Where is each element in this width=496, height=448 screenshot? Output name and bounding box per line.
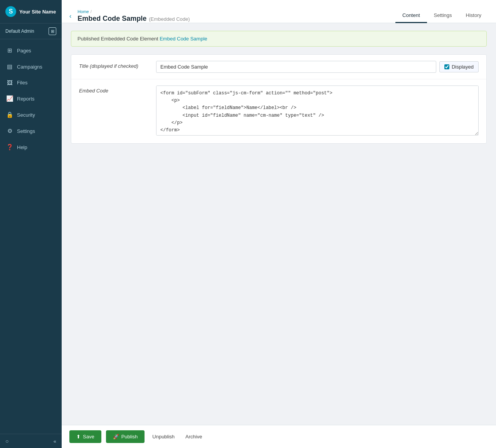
unpublish-label: Unpublish — [152, 434, 175, 440]
save-label: Save — [83, 434, 94, 440]
logo-icon: S — [5, 6, 16, 17]
title-input[interactable] — [156, 61, 436, 73]
sidebar-item-security[interactable]: 🔒 Security — [0, 107, 62, 123]
sidebar-item-label: Campaigns — [17, 64, 42, 70]
sidebar-item-settings[interactable]: ⚙ Settings — [0, 123, 62, 139]
pages-icon: ⊞ — [6, 47, 13, 54]
title-field: Displayed — [156, 61, 479, 73]
tab-nav: Content Settings History — [395, 8, 488, 23]
page-title: Embed Code Sample — [77, 15, 146, 23]
sidebar-logo: S Your Site Name — [0, 0, 62, 23]
sidebar-status-icon: ○ — [5, 438, 8, 444]
displayed-checkbox-label[interactable]: Displayed — [439, 61, 479, 72]
sidebar-collapse-button[interactable]: « — [54, 438, 56, 444]
save-icon: ⬆ — [76, 434, 81, 440]
sidebar-item-files[interactable]: 🖼 Files — [0, 75, 62, 91]
main-content: ‹ Home / Embed Code Sample (Embedded Cod… — [62, 0, 496, 448]
sidebar-item-reports[interactable]: 📈 Reports — [0, 91, 62, 107]
sidebar-bottom: ○ « — [0, 434, 62, 448]
sidebar-item-label: Security — [17, 112, 35, 118]
alert-link[interactable]: Embed Code Sample — [160, 36, 207, 42]
sidebar-item-help[interactable]: ❓ Help — [0, 139, 62, 155]
sidebar-nav: ⊞ Pages ▤ Campaigns 🖼 Files 📈 Reports 🔒 … — [0, 39, 62, 434]
tab-settings[interactable]: Settings — [427, 8, 459, 23]
sidebar: S Your Site Name Default Admin ⊞ ⊞ Pages… — [0, 0, 62, 448]
unpublish-button[interactable]: Unpublish — [149, 430, 178, 443]
sidebar-item-label: Files — [17, 80, 27, 86]
tab-history[interactable]: History — [459, 8, 488, 23]
content-area: Published Embedded Code Element Embed Co… — [62, 23, 496, 425]
user-actions-icon[interactable]: ⊞ — [49, 27, 56, 35]
help-icon: ❓ — [6, 144, 13, 151]
breadcrumb: Home / — [77, 9, 190, 14]
sidebar-item-label: Settings — [17, 128, 35, 134]
breadcrumb-separator: / — [91, 9, 92, 14]
campaigns-icon: ▤ — [6, 63, 13, 70]
archive-button[interactable]: Archive — [182, 430, 205, 443]
embed-code-textarea[interactable]: <form id="subForm" class="js-cm-form" ac… — [156, 86, 479, 136]
title-label: Title (displayed if checked) — [79, 61, 148, 69]
form-section: Title (displayed if checked) Displayed — [71, 54, 487, 144]
security-icon: 🔒 — [6, 111, 13, 118]
top-bar-left: ‹ Home / Embed Code Sample (Embedded Cod… — [69, 9, 190, 23]
breadcrumb-title: Home / Embed Code Sample (Embedded Code) — [77, 9, 190, 23]
reports-icon: 📈 — [6, 95, 13, 102]
settings-icon: ⚙ — [6, 128, 13, 134]
displayed-checkbox-input[interactable] — [444, 64, 449, 69]
embed-code-label: Embed Code — [79, 86, 148, 94]
publish-label: Publish — [121, 434, 138, 440]
tab-content[interactable]: Content — [395, 8, 427, 23]
sidebar-item-pages[interactable]: ⊞ Pages — [0, 42, 62, 59]
sidebar-user: Default Admin ⊞ — [0, 23, 62, 39]
title-form-row: Title (displayed if checked) Displayed — [71, 55, 486, 79]
archive-label: Archive — [185, 434, 202, 440]
save-button[interactable]: ⬆ Save — [69, 430, 101, 443]
files-icon: 🖼 — [6, 79, 13, 86]
embed-code-form-row: Embed Code <form id="subForm" class="js-… — [71, 79, 486, 143]
top-bar: ‹ Home / Embed Code Sample (Embedded Cod… — [62, 0, 496, 23]
back-button[interactable]: ‹ — [69, 13, 71, 20]
user-name: Default Admin — [5, 29, 34, 34]
page-subtitle: (Embedded Code) — [149, 16, 190, 22]
bottom-bar: ⬆ Save 🚀 Publish Unpublish Archive — [62, 425, 496, 448]
breadcrumb-home-link[interactable]: Home — [77, 9, 89, 14]
site-name: Your Site Name — [19, 9, 56, 15]
alert-banner: Published Embedded Code Element Embed Co… — [71, 31, 487, 47]
displayed-label: Displayed — [452, 64, 474, 70]
embed-code-field: <form id="subForm" class="js-cm-form" ac… — [156, 86, 479, 137]
sidebar-item-label: Pages — [17, 48, 31, 54]
sidebar-item-label: Reports — [17, 96, 35, 102]
alert-text: Published Embedded Code Element — [77, 36, 160, 42]
publish-button[interactable]: 🚀 Publish — [106, 430, 145, 443]
publish-icon: 🚀 — [113, 434, 119, 440]
sidebar-item-campaigns[interactable]: ▤ Campaigns — [0, 59, 62, 75]
title-input-row: Displayed — [156, 61, 479, 73]
sidebar-item-label: Help — [17, 144, 27, 150]
